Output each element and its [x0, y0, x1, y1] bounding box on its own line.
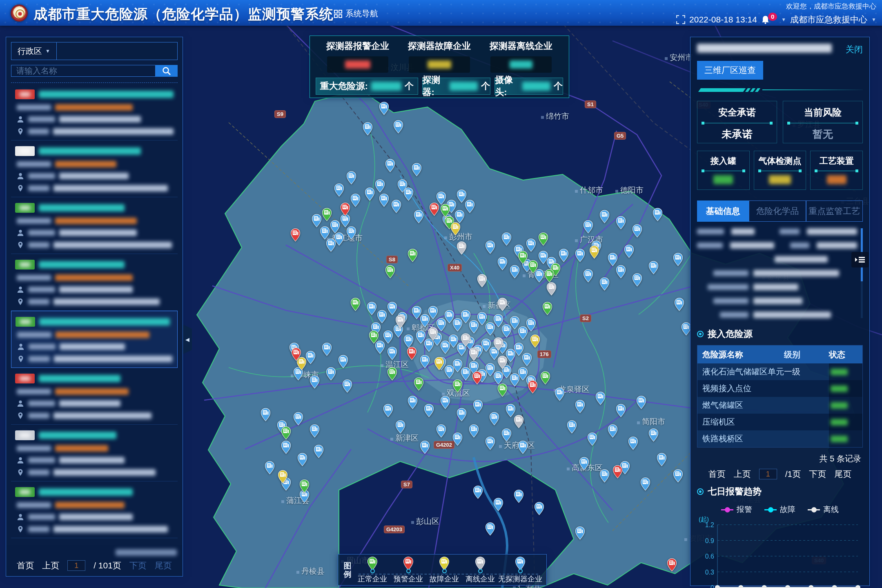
company-map-pin[interactable] [526, 238, 536, 252]
company-map-pin[interactable] [385, 159, 395, 172]
company-map-pin[interactable] [452, 318, 463, 332]
page-first[interactable]: 首页 [708, 468, 726, 480]
company-map-pin[interactable] [673, 253, 683, 266]
company-map-pin[interactable] [440, 396, 450, 409]
company-map-pin[interactable] [395, 420, 405, 434]
company-map-pin[interactable] [379, 194, 389, 207]
company-map-pin[interactable] [489, 412, 499, 425]
company-map-pin[interactable] [485, 241, 495, 254]
fullscreen-icon[interactable] [676, 15, 685, 24]
company-map-pin[interactable] [393, 120, 403, 134]
close-button[interactable]: 关闭 [846, 44, 863, 55]
company-map-pin[interactable] [674, 298, 684, 311]
company-map-pin[interactable] [330, 220, 340, 234]
company-map-pin[interactable] [383, 404, 393, 417]
company-map-pin[interactable] [293, 412, 303, 425]
company-map-pin[interactable] [420, 355, 430, 368]
company-map-pin[interactable] [440, 204, 450, 217]
company-map-pin[interactable] [599, 469, 610, 483]
hazard-table-row[interactable]: 液化石油气储罐区单元一级 [697, 363, 862, 380]
company-map-pin[interactable] [403, 334, 414, 348]
company-map-pin[interactable] [346, 171, 356, 185]
company-map-pin[interactable] [334, 183, 344, 197]
company-map-pin[interactable] [450, 222, 461, 236]
company-map-pin[interactable] [312, 214, 322, 227]
company-map-pin[interactable] [414, 377, 424, 391]
region-dropdown[interactable]: 行政区 ▼ [11, 42, 57, 60]
company-map-pin[interactable] [589, 245, 599, 259]
company-map-pin[interactable] [387, 302, 397, 315]
hazard-table-row[interactable]: 压缩机区 [697, 414, 862, 430]
company-map-pin[interactable] [530, 334, 540, 348]
company-map-pin[interactable] [518, 441, 528, 454]
info-scrollbar[interactable] [861, 228, 863, 318]
company-map-pin[interactable] [310, 375, 320, 389]
search-input[interactable] [11, 65, 156, 77]
tab-key-processes[interactable]: 重点监管工艺 [806, 200, 863, 222]
company-map-pin[interactable] [477, 274, 487, 287]
company-map-pin[interactable] [278, 470, 288, 483]
company-map-pin[interactable] [628, 437, 638, 450]
company-map-pin[interactable] [424, 404, 434, 417]
company-map-pin[interactable] [599, 210, 610, 223]
company-map-pin[interactable] [391, 200, 401, 213]
company-map-pin[interactable] [485, 437, 495, 450]
company-map-pin[interactable] [616, 404, 626, 417]
company-map-pin[interactable] [290, 228, 301, 242]
company-map-pin[interactable] [469, 424, 479, 438]
company-map-pin[interactable] [612, 465, 623, 479]
company-map-pin[interactable] [575, 249, 585, 262]
company-map-pin[interactable] [408, 249, 418, 262]
company-map-pin[interactable] [667, 558, 677, 572]
company-map-pin[interactable] [540, 371, 550, 385]
company-card[interactable] [11, 481, 178, 538]
company-map-pin[interactable] [461, 367, 471, 381]
company-map-pin[interactable] [320, 226, 330, 240]
company-map-pin[interactable] [346, 226, 356, 240]
company-map-pin[interactable] [648, 428, 659, 442]
company-map-pin[interactable] [363, 122, 373, 136]
company-map-pin[interactable] [440, 341, 450, 354]
company-map-pin[interactable] [387, 347, 397, 360]
company-map-pin[interactable] [616, 265, 626, 278]
company-map-pin[interactable] [546, 282, 557, 296]
company-map-pin[interactable] [485, 322, 495, 336]
page-prev[interactable]: 上页 [42, 560, 59, 571]
company-map-pin[interactable] [636, 396, 646, 409]
company-map-pin[interactable] [497, 356, 508, 369]
company-map-pin[interactable] [518, 251, 528, 264]
company-map-pin[interactable] [281, 426, 291, 440]
hazard-table-row[interactable]: 燃气储罐区 [697, 397, 862, 414]
company-map-pin[interactable] [367, 302, 377, 315]
company-map-pin[interactable] [408, 396, 418, 409]
company-map-pin[interactable] [379, 102, 389, 115]
company-map-pin[interactable] [436, 424, 446, 438]
company-map-pin[interactable] [632, 273, 642, 287]
company-map-pin[interactable] [465, 200, 475, 213]
company-card[interactable] [11, 368, 178, 425]
company-card[interactable] [11, 311, 178, 368]
company-map-pin[interactable] [387, 367, 397, 381]
company-map-pin[interactable] [501, 232, 512, 246]
company-map-pin[interactable] [595, 392, 606, 405]
company-map-pin[interactable] [528, 380, 538, 394]
company-map-pin[interactable] [350, 298, 361, 311]
company-map-pin[interactable] [640, 477, 650, 491]
company-map-pin[interactable] [281, 441, 291, 454]
company-card[interactable] [11, 425, 178, 481]
company-map-pin[interactable] [559, 249, 569, 262]
company-map-pin[interactable] [624, 245, 634, 258]
company-map-pin[interactable] [510, 265, 520, 278]
company-map-pin[interactable] [493, 337, 503, 351]
company-map-pin[interactable] [485, 522, 495, 536]
company-map-pin[interactable] [522, 353, 532, 366]
company-map-pin[interactable] [261, 408, 271, 421]
company-map-pin[interactable] [322, 343, 332, 356]
company-card[interactable] [11, 254, 178, 311]
company-map-pin[interactable] [608, 253, 618, 266]
company-map-pin[interactable] [544, 269, 555, 283]
company-map-pin[interactable] [518, 326, 528, 340]
company-map-pin[interactable] [369, 330, 379, 344]
company-map-pin[interactable] [412, 163, 422, 176]
company-map-pin[interactable] [510, 373, 520, 387]
